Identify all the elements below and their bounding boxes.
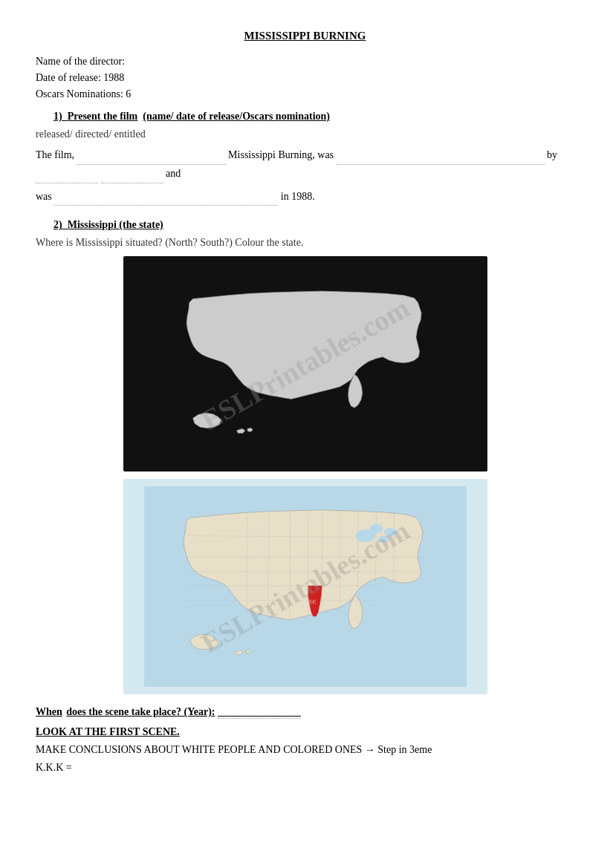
map-color: M ESLPrintables.com — [123, 479, 487, 694]
svg-point-31 — [369, 524, 382, 535]
when-label: When — [36, 706, 62, 717]
section1-fill2: was in 1988. — [36, 188, 574, 206]
section1-hint: (name/ date of release/Oscars nomination… — [143, 111, 330, 122]
svg-text:M: M — [308, 598, 316, 606]
when-suffix: does the scene take place? (Year): — [66, 706, 215, 717]
director-line: Name of the director: — [36, 56, 574, 68]
section1-hint2: released/ directed/ entitled — [36, 128, 574, 140]
section2-number: 2) — [53, 219, 68, 230]
map-container: ESLPrintables.com — [36, 256, 574, 694]
page-title: MISSISSIPPI BURNING — [36, 30, 574, 42]
look-header: LOOK AT THE FIRST SCENE. — [36, 726, 574, 738]
section1-fill1: The film, Mississippi Burning, was by — [36, 146, 574, 183]
svg-point-32 — [378, 536, 389, 544]
section1-number: 1) Present the film — [53, 111, 137, 122]
section2-header: 2) Mississippi (the state) — [53, 219, 574, 231]
when-line: When does the scene take place? (Year): — [36, 706, 574, 719]
conclusion-line: MAKE CONCLUSIONS ABOUT WHITE PEOPLE AND … — [36, 744, 574, 756]
section2-label: Mississippi (the state) — [68, 219, 163, 230]
section2-question: Where is Mississippi situated? (North? S… — [36, 237, 574, 249]
section1-label: Present the film — [68, 111, 138, 122]
oscars-line: Oscars Nominations: 6 — [36, 88, 574, 100]
map-black: ESLPrintables.com — [123, 256, 487, 471]
svg-point-33 — [384, 528, 397, 537]
kkk-line: K.K.K = — [36, 762, 574, 774]
release-line: Date of release: 1988 — [36, 72, 574, 84]
section1-header: 1) Present the film (name/ date of relea… — [53, 111, 574, 123]
usa-map-white — [142, 267, 469, 460]
usa-map-color: M — [134, 486, 476, 687]
bottom-section: When does the scene take place? (Year): … — [36, 706, 574, 774]
